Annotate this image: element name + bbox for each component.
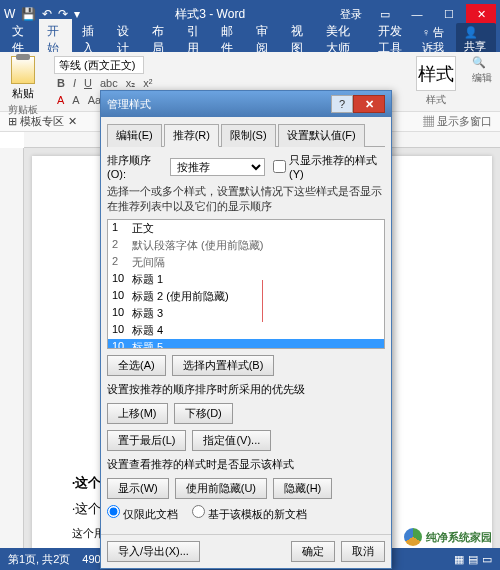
superscript-button[interactable]: x² — [140, 76, 155, 91]
dialog-tab-edit[interactable]: 编辑(E) — [107, 124, 162, 147]
only-recommended-checkbox[interactable]: 只显示推荐的样式(Y) — [273, 153, 385, 180]
styles-group-label: 样式 — [416, 93, 456, 107]
select-all-button[interactable]: 全选(A) — [107, 355, 166, 376]
tell-me[interactable]: ♀ 告诉我 — [422, 25, 450, 55]
visibility-section-label: 设置查看推荐的样式时是否显示该样式 — [107, 457, 385, 472]
dialog-close-icon[interactable]: ✕ — [353, 95, 385, 113]
annotation-line — [262, 280, 263, 322]
italic-button[interactable]: I — [70, 76, 79, 91]
font-name-select[interactable]: 等线 (西文正文) — [54, 56, 144, 74]
view-read-icon[interactable]: ▦ — [454, 553, 464, 566]
multi-window[interactable]: ▦ 显示多窗口 — [423, 114, 492, 129]
sort-order-select[interactable]: 按推荐 — [170, 158, 265, 176]
manage-styles-dialog: 管理样式 ? ✕ 编辑(E) 推荐(R) 限制(S) 设置默认值(F) 排序顺序… — [100, 90, 392, 569]
list-item[interactable]: 2默认段落字体 (使用前隐藏) — [108, 237, 384, 254]
clipboard-group-label: 剪贴板 — [8, 103, 38, 117]
status-page[interactable]: 第1页, 共2页 — [8, 552, 70, 567]
move-up-button[interactable]: 上移(M) — [107, 403, 168, 424]
close-icon[interactable]: ✕ — [466, 4, 496, 24]
underline-button[interactable]: U — [81, 76, 95, 91]
dialog-title: 管理样式 — [107, 97, 151, 112]
highlight-button[interactable]: A — [69, 93, 82, 107]
breadcrumb-close-icon[interactable]: ✕ — [68, 115, 77, 128]
list-item[interactable]: 1正文 — [108, 220, 384, 237]
show-button[interactable]: 显示(W) — [107, 478, 169, 499]
list-item[interactable]: 2无间隔 — [108, 254, 384, 271]
move-down-button[interactable]: 下移(D) — [174, 403, 233, 424]
dialog-tab-defaults[interactable]: 设置默认值(F) — [278, 124, 365, 147]
styles-gallery[interactable]: 样式 — [416, 56, 456, 91]
dialog-help-icon[interactable]: ? — [331, 95, 353, 113]
dialog-hint: 选择一个或多个样式，设置默认情况下这些样式是否显示在推荐列表中以及它们的显示顺序 — [107, 184, 385, 215]
dialog-tab-recommend[interactable]: 推荐(R) — [164, 124, 219, 147]
view-web-icon[interactable]: ▭ — [482, 553, 492, 566]
priority-section-label: 设置按推荐的顺序排序时所采用的优先级 — [107, 382, 385, 397]
strike-button[interactable]: abc — [97, 76, 121, 91]
only-this-doc-radio[interactable]: 仅限此文档 — [107, 505, 178, 522]
paste-button[interactable]: 粘贴 — [8, 56, 38, 101]
styles-listbox[interactable]: 1正文2默认段落字体 (使用前隐藏)2无间隔10标题 110标题 2 (使用前隐… — [107, 219, 385, 349]
watermark-icon — [404, 528, 422, 546]
hide-until-used-button[interactable]: 使用前隐藏(U) — [175, 478, 267, 499]
move-last-button[interactable]: 置于最后(L) — [107, 430, 186, 451]
assign-value-button[interactable]: 指定值(V)... — [192, 430, 271, 451]
import-export-button[interactable]: 导入/导出(X)... — [107, 541, 200, 562]
subscript-button[interactable]: x₂ — [123, 76, 139, 91]
list-item[interactable]: 10标题 3 — [108, 305, 384, 322]
list-item[interactable]: 10标题 2 (使用前隐藏) — [108, 288, 384, 305]
sort-order-label: 排序顺序(O): — [107, 153, 166, 180]
edit-group-label: 编辑 — [472, 71, 492, 85]
template-docs-radio[interactable]: 基于该模板的新文档 — [192, 505, 307, 522]
list-item[interactable]: 10标题 5 — [108, 339, 384, 349]
cancel-button[interactable]: 取消 — [341, 541, 385, 562]
ok-button[interactable]: 确定 — [291, 541, 335, 562]
dialog-tab-restrict[interactable]: 限制(S) — [221, 124, 276, 147]
list-item[interactable]: 10标题 1 — [108, 271, 384, 288]
view-print-icon[interactable]: ▤ — [468, 553, 478, 566]
maximize-icon[interactable]: ☐ — [434, 4, 464, 24]
select-builtin-button[interactable]: 选择内置样式(B) — [172, 355, 275, 376]
font-color-button[interactable]: A — [54, 93, 67, 107]
watermark: 纯净系统家园 — [404, 528, 492, 546]
clipboard-icon — [11, 56, 35, 84]
bold-button[interactable]: B — [54, 76, 68, 91]
hide-button[interactable]: 隐藏(H) — [273, 478, 332, 499]
list-item[interactable]: 10标题 4 — [108, 322, 384, 339]
vertical-ruler[interactable] — [0, 148, 24, 568]
find-button[interactable]: 🔍 — [472, 56, 492, 69]
